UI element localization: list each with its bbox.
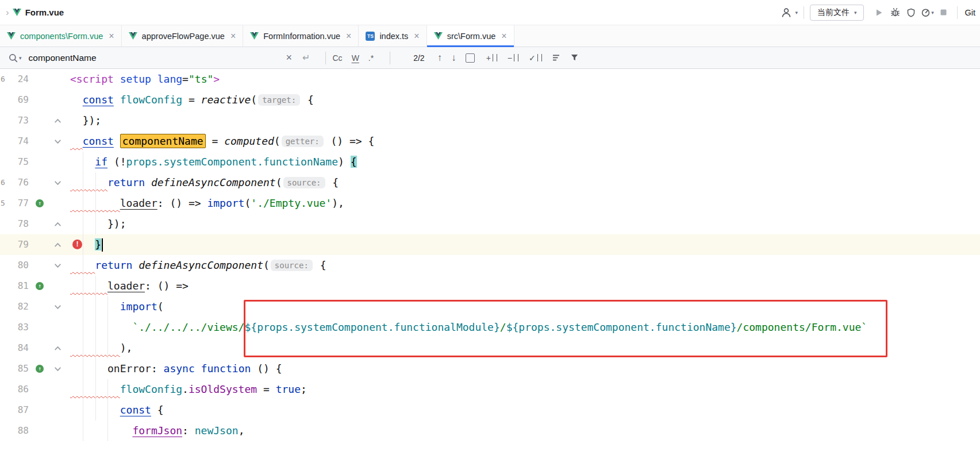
titlebar-toolbar: ▾ 当前文件 ▾ ▾ Git [778,5,977,21]
code-token: = [182,94,201,106]
clear-search-icon[interactable]: × [286,52,293,64]
words-toggle[interactable]: W [352,53,359,63]
fold-toggle-icon[interactable] [54,117,62,125]
editor-tab[interactable]: FormInformation.vue× [243,25,359,47]
user-icon[interactable] [778,5,794,21]
line-number[interactable]: 73 [18,110,29,131]
code-text[interactable]: `./../../../views/${props.systemComponen… [70,317,980,338]
search-input[interactable]: componentName [29,53,97,63]
debug-button[interactable] [887,5,903,21]
profiler-button[interactable]: ▾ [919,5,935,21]
fold-toggle-icon[interactable] [54,179,62,187]
editor-tab[interactable]: components\Form.vue× [0,25,122,47]
fold-toggle-icon[interactable] [54,365,62,373]
code-text[interactable]: return defineAsyncComponent(source: { [70,255,980,276]
plus-icon: + [486,53,491,63]
search-icon[interactable] [8,53,18,63]
code-token: }); [83,114,102,126]
editor-tab[interactable]: approveFlowPage.vue× [122,25,244,47]
line-number[interactable]: 78 [18,214,29,234]
add-occurrence-button[interactable]: + [486,53,497,63]
code-text[interactable]: } [70,234,980,255]
code-text[interactable]: const flowConfig = reactive(target: { [70,90,980,110]
find-bar: ▾ componentName × ↵ Cc W .* 2/2 ↑ ↓ + − … [0,47,980,69]
line-number[interactable]: 81 [18,276,29,296]
implemented-marker-icon[interactable]: ↑ [36,365,44,373]
fold-toggle-icon[interactable] [54,345,62,352]
select-all-occurrences-button[interactable]: ✓ [529,53,542,63]
in-selection-toggle[interactable] [466,53,475,63]
implemented-marker-icon[interactable]: ↑ [36,282,44,290]
code-text[interactable]: flowConfig.isOldSystem = true; [70,379,980,400]
line-number[interactable]: 74 [18,131,29,152]
prev-match-button[interactable]: ↑ [437,52,443,64]
match-case-toggle[interactable]: Cc [333,53,343,63]
line-number[interactable]: 80 [18,255,29,276]
code-text[interactable]: const { [70,400,980,420]
run-button[interactable] [871,5,887,21]
line-number[interactable]: 82 [18,296,29,317]
code-text[interactable]: ), [70,338,980,358]
list-options-icon[interactable] [552,53,561,62]
fold-toggle-icon[interactable] [54,221,62,228]
line-number[interactable]: 79 [18,234,29,255]
gauge-icon [921,7,931,17]
error-icon[interactable]: ! [72,240,82,249]
code-text[interactable]: return defineAsyncComponent(source: { [70,172,980,193]
tab-close-icon[interactable]: × [346,32,351,41]
editor-tab[interactable]: TSindex.ts× [359,25,426,47]
code-token: < [70,73,76,85]
tab-close-icon[interactable]: × [230,32,236,41]
line-number[interactable]: 75 [18,152,29,172]
next-match-button[interactable]: ↓ [451,52,456,64]
fold-toggle-icon[interactable] [54,303,62,311]
editor-tab[interactable]: src\Form.vue× [427,25,514,47]
code-text[interactable]: const componentName = computed(getter: (… [70,131,980,152]
code-text[interactable]: loader: () => [70,276,980,296]
line-number[interactable]: 76 [18,172,29,193]
chevron-down-icon[interactable]: ▾ [19,55,22,61]
gutter: 82 [0,296,70,317]
code-text[interactable]: loader: () => import('./Empty.vue'), [70,193,980,214]
implemented-marker-icon[interactable]: ↑ [36,199,44,207]
code-token: formJson [132,424,182,437]
code-text[interactable]: if (!props.systemComponent.functionName)… [70,152,980,172]
line-number[interactable]: 88 [18,420,29,441]
bug-icon [890,7,900,17]
git-label[interactable]: Git [964,8,975,17]
tab-close-icon[interactable]: × [414,32,419,41]
fold-toggle-icon[interactable] [54,138,62,145]
code-text[interactable]: <script setup lang="ts"> [70,69,980,90]
remove-occurrence-button[interactable]: − [508,53,518,63]
code-token [70,404,120,416]
tab-label: src\Form.vue [447,32,496,41]
coverage-button[interactable] [903,5,919,21]
line-number[interactable]: 86 [18,379,29,400]
stop-button[interactable] [935,5,951,21]
line-number[interactable]: 84 [18,338,29,358]
code-text[interactable]: }); [70,110,980,131]
code-text[interactable]: formJson: newJson, [70,420,980,441]
tab-close-icon[interactable]: × [109,32,114,41]
code-token: : [151,362,164,375]
line-number[interactable]: 85 [18,358,29,379]
newline-icon[interactable]: ↵ [302,52,310,63]
line-number[interactable]: 77 [18,193,29,214]
line-number[interactable]: 83 [18,317,29,338]
code-text[interactable]: import( [70,296,980,317]
code-line: 81↑ loader: () => [0,276,980,296]
filter-button[interactable] [570,53,579,62]
code-token [132,259,139,271]
code-token: defineAsyncComponent [151,176,276,188]
fold-toggle-icon[interactable] [54,262,62,269]
fold-toggle-icon[interactable] [54,241,62,249]
tab-close-icon[interactable]: × [501,32,506,41]
code-token: return [107,176,145,188]
line-number[interactable]: 24 [18,69,29,90]
run-config-dropdown[interactable]: 当前文件 ▾ [810,5,864,21]
line-number[interactable]: 69 [18,90,29,110]
regex-toggle[interactable]: .* [368,53,374,63]
code-text[interactable]: }); [70,214,980,234]
line-number[interactable]: 87 [18,400,29,420]
code-text[interactable]: onError: async function () { [70,358,980,379]
